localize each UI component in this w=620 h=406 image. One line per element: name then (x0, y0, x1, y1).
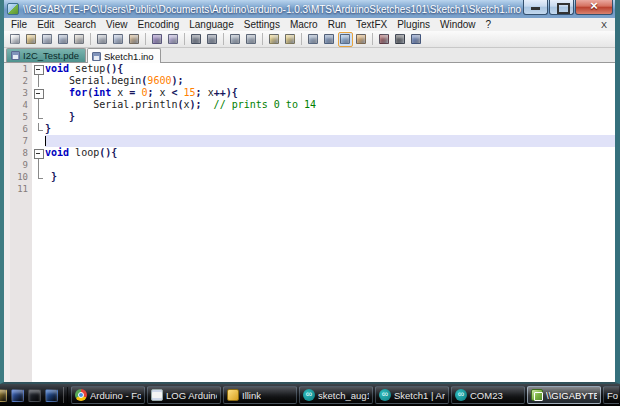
menu-textfx[interactable]: TextFX (351, 18, 392, 31)
menu-search[interactable]: Search (59, 18, 101, 31)
code-editor[interactable]: 1void setup(){2 Serial.begin(9600);3 for… (4, 63, 615, 382)
minimize-button[interactable] (523, 0, 548, 15)
tab-i2c-test[interactable]: I2C_Test.pde (6, 48, 86, 62)
close-button[interactable] (575, 0, 613, 15)
code-segment: int (93, 87, 111, 98)
find-icon (191, 34, 201, 44)
illink-icon (227, 389, 239, 401)
taskbar-button-log-arduino[interactable]: LOG Arduino ... (147, 386, 221, 404)
toolbar-zoom-in-button[interactable] (228, 32, 243, 47)
menu-window[interactable]: Window (435, 18, 481, 31)
code-line[interactable]: 8void loop(){ (4, 147, 615, 159)
code-line[interactable]: 11 (4, 183, 615, 195)
toolbar-separator (90, 33, 91, 45)
toolbar-zoom-out-button[interactable] (244, 32, 259, 47)
code-text[interactable]: void loop(){ (45, 147, 615, 159)
toolbar-save-file-button[interactable] (40, 32, 55, 47)
code-line[interactable]: 2 Serial.begin(9600); (4, 75, 615, 87)
line-number: 11 (4, 183, 32, 195)
menu-edit[interactable]: Edit (32, 18, 59, 31)
code-text[interactable]: } (45, 171, 615, 183)
wmp-blue-icon[interactable] (11, 389, 24, 402)
menu-help[interactable]: ? (481, 18, 497, 31)
code-text[interactable] (45, 159, 615, 171)
toolbar-separator (262, 33, 263, 45)
code-segment: ); (190, 99, 202, 110)
code-segment: void (45, 63, 69, 74)
line-number: 6 (4, 123, 32, 135)
toolbar-macro-play-button[interactable] (409, 32, 424, 47)
menu-settings[interactable]: Settings (239, 18, 285, 31)
toolbar-cut-button[interactable] (95, 32, 110, 47)
menu-plugins[interactable]: Plugins (392, 18, 435, 31)
taskbar-button-sketch1-ard[interactable]: Sketch1 | Ard... (375, 386, 449, 404)
code-line[interactable]: 10 } (4, 171, 615, 183)
tab-sketch1[interactable]: Sketch1.ino (87, 48, 161, 63)
toolbar-replace-button[interactable] (205, 32, 220, 47)
code-line[interactable]: 5 } (4, 111, 615, 123)
menu-close-x[interactable]: X (593, 20, 615, 30)
code-line[interactable]: 6} (4, 123, 615, 135)
toolbar-new-file-button[interactable] (8, 32, 23, 47)
toolbar-paste-button[interactable] (127, 32, 142, 47)
code-text[interactable]: for(int x = 0; x < 15; x++){ (45, 87, 615, 99)
toolbar-undo-button[interactable] (150, 32, 165, 47)
code-line[interactable]: 4 Serial.println(x); // prints 0 to 14 (4, 99, 615, 111)
taskbar-button-illink[interactable]: Illink (223, 386, 297, 404)
media-play-icon[interactable] (45, 389, 58, 402)
tab-label: Sketch1.ino (104, 51, 154, 62)
menu-macro[interactable]: Macro (285, 18, 323, 31)
taskbar-button-arduino-for[interactable]: Arduino - For... (71, 386, 145, 404)
toolbar-open-folder-button[interactable] (24, 32, 39, 47)
code-line[interactable]: 7 (4, 135, 615, 147)
fold-collapse-icon[interactable] (32, 87, 45, 99)
code-segment: (){ (105, 63, 123, 74)
taskbar-button-sketch-aug17[interactable]: sketch_aug17... (299, 386, 373, 404)
window-controls (522, 0, 613, 15)
toolbar-macro-stop-button[interactable] (393, 32, 408, 47)
toolbar-function-list-button[interactable] (354, 32, 369, 47)
toolbar-macro-record-button[interactable] (377, 32, 392, 47)
title-bar[interactable]: \\GIGABYTE-PC\Users\Public\Documents\Ard… (4, 0, 615, 18)
code-line[interactable]: 9 (4, 159, 615, 171)
menu-view[interactable]: View (101, 18, 133, 31)
menu-encoding[interactable]: Encoding (133, 18, 185, 31)
menu-language[interactable]: Language (184, 18, 239, 31)
launcher-partial-icon[interactable] (0, 389, 7, 402)
code-text[interactable]: Serial.begin(9600); (45, 75, 615, 87)
toolbar-save-all-button[interactable] (56, 32, 71, 47)
code-segment (202, 99, 214, 110)
menu-file[interactable]: File (6, 18, 32, 31)
code-segment: } (45, 171, 57, 182)
code-line[interactable]: 1void setup(){ (4, 63, 615, 75)
toolbar-find-button[interactable] (189, 32, 204, 47)
code-text[interactable] (45, 135, 615, 147)
save-file-icon (42, 34, 52, 44)
taskbar-button-com23[interactable]: COM23 (451, 386, 525, 404)
code-text[interactable]: Serial.println(x); // prints 0 to 14 (45, 99, 615, 111)
taskbar-button-label: Fo (607, 390, 618, 401)
code-line[interactable]: 3 for(int x = 0; x < 15; x++){ (4, 87, 615, 99)
taskbar-button-fo[interactable]: Fo (603, 386, 619, 404)
show-desktop-icon[interactable] (28, 389, 41, 402)
toolbar-word-wrap-button[interactable] (306, 32, 321, 47)
code-text[interactable]: } (45, 111, 615, 123)
code-text[interactable] (45, 183, 615, 195)
toolbar-copy-button[interactable] (111, 32, 126, 47)
toolbar-indent-guide-button[interactable] (338, 32, 353, 47)
taskbar-button-gigabyte[interactable]: \\GIGABYTE-... (527, 386, 601, 404)
code-text[interactable]: } (45, 123, 615, 135)
sync-vertical-icon (269, 34, 279, 44)
menu-run[interactable]: Run (323, 18, 351, 31)
code-text[interactable]: void setup(){ (45, 63, 615, 75)
paste-icon (129, 34, 139, 44)
toolbar-sync-vertical-button[interactable] (267, 32, 282, 47)
toolbar-show-all-characters-button[interactable] (322, 32, 337, 47)
toolbar-sync-horizontal-button[interactable] (283, 32, 298, 47)
fold-collapse-icon[interactable] (32, 147, 45, 159)
menu-bar: FileEditSearchViewEncodingLanguageSettin… (4, 18, 615, 31)
toolbar-redo-button[interactable] (166, 32, 181, 47)
fold-collapse-icon[interactable] (32, 63, 45, 75)
toolbar-print-button[interactable] (72, 32, 87, 47)
maximize-button[interactable] (549, 0, 574, 15)
